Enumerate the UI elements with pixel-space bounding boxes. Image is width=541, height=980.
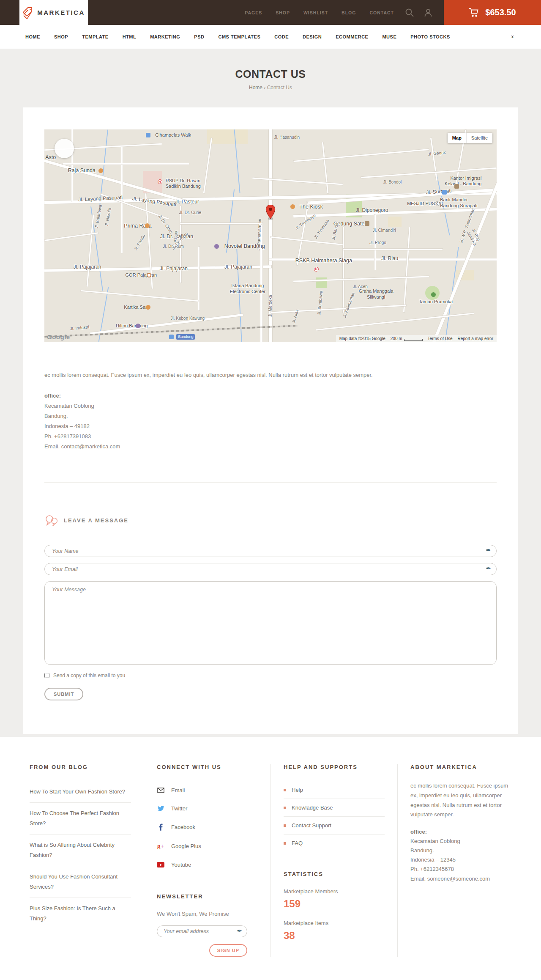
main-menu-link[interactable]: CODE: [274, 34, 289, 39]
pan-right-arrow-icon[interactable]: [67, 146, 71, 151]
google-map[interactable]: Cihampelas WalkJl. HasanudinAstoRaja Sun…: [44, 129, 497, 342]
twitter-icon: [157, 806, 164, 812]
top-nav: PAGESSHOPWISHLISTBLOGCONTACT: [245, 10, 394, 15]
page-title: CONTACT US: [0, 68, 541, 80]
send-copy-checkbox[interactable]: [44, 673, 49, 678]
hospital-icon: H: [158, 179, 162, 184]
facebook-link[interactable]: Facebook: [171, 824, 195, 830]
map-attribution: Map data ©2015 Google 200 m Terms of Use…: [336, 335, 497, 342]
help-link[interactable]: Knowladge Base: [292, 804, 333, 811]
top-nav-link[interactable]: CONTACT: [369, 10, 394, 15]
message-textarea[interactable]: [44, 581, 497, 665]
members-stat-label: Marketplace Members: [284, 888, 385, 895]
youtube-link[interactable]: Youtube: [171, 862, 191, 868]
submit-button[interactable]: SUBMIT: [44, 688, 83, 700]
help-list-item: Help: [284, 781, 385, 799]
connect-email-row[interactable]: Email: [157, 781, 258, 799]
map-label: Jl. Dr. Otten: [157, 214, 174, 235]
top-nav-link[interactable]: PAGES: [245, 10, 262, 15]
report-map-error-link[interactable]: Report a map error: [458, 336, 493, 341]
map-label: RSKB Halmahera Siaga: [295, 258, 352, 264]
main-menu-link[interactable]: SHOP: [54, 34, 68, 39]
map-label: Jl. Dr. Curie: [179, 210, 201, 216]
google-logo[interactable]: Google: [47, 333, 70, 340]
blog-post-link[interactable]: How To Choose The Perfect Fashion Store?: [30, 808, 131, 829]
map-label: Hilton Bandung: [116, 323, 148, 329]
main-menu-link[interactable]: MUSE: [382, 34, 396, 39]
shopping-icon: [146, 133, 150, 137]
help-link[interactable]: FAQ: [292, 840, 303, 846]
map-label: Jl. Cimandiri: [373, 228, 396, 233]
map-label: The Kiosk: [299, 204, 323, 211]
map-scale-bar: [404, 339, 423, 341]
map-pan-control[interactable]: [55, 139, 74, 158]
map-label: Jl. Purnawarman: [256, 219, 262, 250]
map-label: Jl. Diponegoro: [355, 207, 388, 214]
connect-youtube-row[interactable]: Youtube: [157, 856, 258, 874]
main-menu-link[interactable]: DESIGN: [303, 34, 322, 39]
name-input[interactable]: [44, 545, 497, 557]
map-label: Jl. Progo: [369, 240, 386, 246]
main-menu-link[interactable]: TEMPLATE: [82, 34, 108, 39]
main-menu-link[interactable]: ECOMMERCE: [336, 34, 368, 39]
connect-twitter-row[interactable]: Twitter: [157, 799, 258, 818]
map-label: Jl. Baladewa: [94, 205, 103, 229]
blog-list-item: Should You Use Fashion Consultant Servic…: [30, 866, 131, 898]
main-menu-link[interactable]: PSD: [194, 34, 204, 39]
map-label: Jl. Bondol: [383, 180, 402, 185]
connect-googleplus-row[interactable]: g+ Google Plus: [157, 837, 258, 856]
bullet-square-icon: [284, 807, 286, 809]
map-label: Jl. Tirtayasa: [313, 218, 331, 240]
top-nav-link[interactable]: WISHLIST: [303, 10, 328, 15]
email-input[interactable]: [44, 563, 497, 575]
email-field-wrap: ✒: [44, 563, 497, 575]
footer-about-column: ABOUT MARKETICA ec mollis lorem consequa…: [397, 764, 524, 957]
message-field-wrap: [44, 581, 497, 667]
blog-post-link[interactable]: Should You Use Fashion Consultant Servic…: [30, 872, 131, 892]
blog-post-link[interactable]: Plus Size Fashion: Is There Such a Thing…: [30, 903, 131, 924]
blog-list: How To Start Your Own Fashion Store?How …: [30, 781, 131, 929]
pan-down-arrow-icon[interactable]: [62, 151, 66, 156]
email-link[interactable]: Email: [171, 787, 185, 793]
google-plus-link[interactable]: Google Plus: [171, 843, 201, 849]
bullet-square-icon: [284, 824, 286, 827]
signup-button[interactable]: SIGN UP: [209, 944, 247, 957]
breadcrumb-home-link[interactable]: Home: [249, 85, 262, 91]
terms-of-use-link[interactable]: Terms of Use: [428, 336, 453, 341]
top-nav-link[interactable]: SHOP: [276, 10, 290, 15]
newsletter-email-input[interactable]: [157, 925, 247, 937]
help-link[interactable]: Contact Support: [292, 822, 331, 829]
main-menu: HOMESHOPTEMPLATEHTMLMARKETINGPSDCMS TEMP…: [0, 25, 541, 49]
main-menu-link[interactable]: PHOTO STOCKS: [410, 34, 450, 39]
twitter-link[interactable]: Twitter: [171, 805, 187, 812]
pan-up-arrow-icon[interactable]: [62, 141, 66, 145]
header-icons: [405, 8, 433, 17]
tag-icon: [22, 6, 33, 19]
user-icon[interactable]: [424, 8, 433, 17]
top-nav-link[interactable]: BLOG: [342, 10, 356, 15]
connect-facebook-row[interactable]: Facebook: [157, 818, 258, 837]
blog-post-link[interactable]: How To Start Your Own Fashion Store?: [30, 787, 131, 797]
map-label: Jl. Gagak: [428, 150, 446, 157]
help-link[interactable]: Help: [292, 787, 303, 793]
government-icon: [365, 221, 369, 226]
satellite-view-button[interactable]: Satellite: [467, 133, 492, 143]
map-view-button[interactable]: Map: [448, 133, 467, 143]
brand-logo[interactable]: MARKETICA: [19, 0, 88, 25]
cart-button[interactable]: $653.50: [444, 0, 541, 25]
map-label: Graha Manggala Siliwangi: [359, 288, 393, 300]
newsletter-form: ✒ SIGN UP: [157, 925, 247, 957]
map-marker-pin[interactable]: [266, 205, 276, 222]
pan-left-arrow-icon[interactable]: [57, 146, 61, 151]
main-menu-link[interactable]: HOME: [25, 34, 40, 39]
menu-more-chevron-icon[interactable]: «: [510, 36, 516, 38]
main-menu-link[interactable]: HTML: [123, 34, 137, 39]
blog-post-link[interactable]: What is So Alluring About Celebrity Fash…: [30, 840, 131, 860]
search-icon[interactable]: [405, 8, 414, 17]
cart-icon: [469, 8, 480, 18]
about-address-line: Kecamatan Coblong: [410, 837, 511, 846]
main-menu-link[interactable]: MARKETING: [150, 34, 180, 39]
page-title-section: CONTACT US Home › Contact Us: [0, 49, 541, 107]
main-menu-link[interactable]: CMS TEMPLATES: [218, 34, 260, 39]
map-label: Jl. Sumbawa: [317, 291, 324, 315]
